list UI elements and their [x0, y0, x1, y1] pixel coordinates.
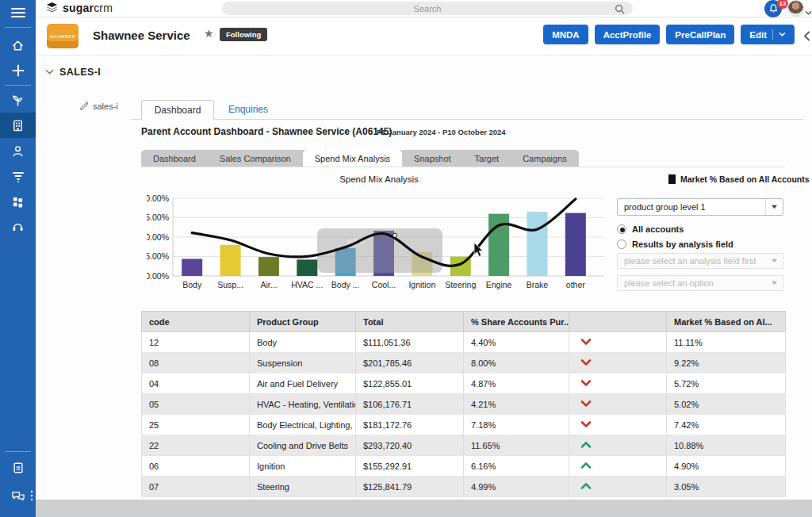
radio-button-icon[interactable] — [617, 224, 626, 234]
col-header-trend[interactable] — [569, 312, 667, 332]
subtab-snapshot[interactable]: Snapshot — [402, 150, 462, 167]
svg-text:Ignition: Ignition — [408, 280, 435, 289]
mnda-button[interactable]: MNDA — [543, 25, 588, 44]
cell-total: $293,720.40 — [356, 435, 464, 456]
radio-button-icon[interactable] — [617, 239, 626, 249]
subtab-dashboard[interactable]: Dashboard — [141, 150, 208, 167]
connector-label: sales-i — [93, 101, 118, 111]
table-row[interactable]: 22Cooling and Drive Belts$293,720.4011.6… — [142, 435, 786, 456]
subtab-campaigns[interactable]: Campaigns — [511, 150, 579, 167]
option-select[interactable]: please select an option — [617, 275, 783, 291]
sidebar — [0, 0, 36, 517]
edit-pencil-icon[interactable] — [79, 101, 89, 111]
cell-code: 22 — [142, 435, 250, 456]
tab-enquiries[interactable]: Enquiries — [228, 104, 268, 115]
cell-trend — [569, 332, 667, 353]
cell-code: 06 — [142, 456, 250, 477]
sidebar-item-filter[interactable] — [0, 163, 36, 189]
cell-market: 7.42% — [667, 415, 786, 435]
svg-text:Steering: Steering — [445, 280, 476, 289]
radio-results-label[interactable]: Results by analysis field — [632, 239, 733, 249]
table-row[interactable]: 08Suspension$201,785.468.00%9.22% — [142, 353, 786, 373]
select-caret-icon — [765, 276, 783, 290]
cell-share: 4.87% — [464, 373, 569, 394]
app-window: sugarcrm 13 SHAWNEE Shawnee Service ★ Fo… — [0, 0, 812, 517]
subtab-sales-comparison[interactable]: Sales Comparison — [208, 150, 303, 167]
sidebar-item-apps[interactable] — [0, 189, 36, 214]
radio-all-accounts[interactable]: All accounts — [617, 224, 684, 234]
svg-text:Air...: Air... — [260, 280, 277, 289]
table-row[interactable]: 06Ignition$155,292.916.16%4.90% — [142, 456, 786, 477]
col-header-total[interactable]: Total — [356, 312, 464, 332]
table-row[interactable]: 05HVAC - Heating, Ventilatic$106,176.714… — [142, 394, 786, 415]
radio-all-accounts-label[interactable]: All accounts — [632, 224, 684, 234]
col-header-market[interactable]: Market % Based on Al... — [667, 312, 786, 332]
precallplan-button[interactable]: PreCallPlan — [666, 25, 734, 44]
trend-up-icon — [580, 461, 592, 469]
select-caret-icon — [765, 254, 783, 268]
col-header-code[interactable]: code — [142, 312, 250, 332]
sugarcrm-logo[interactable]: sugarcrm — [45, 2, 113, 14]
cell-total: $155,292.91 — [356, 456, 464, 477]
button-divider — [772, 29, 773, 40]
sidebar-item-home[interactable] — [0, 33, 36, 58]
svg-text:10.00%: 10.00% — [147, 232, 169, 242]
table-row[interactable]: 12Body$111,051.364.40%11.11% — [142, 332, 786, 353]
sidebar-item-accounts[interactable] — [0, 113, 36, 138]
table-row[interactable]: 25Body Electrical, Lighting, F$181,172.7… — [142, 415, 786, 435]
cell-market: 9.22% — [667, 353, 786, 373]
sidebar-item-leads[interactable] — [0, 87, 36, 113]
favorite-star-icon[interactable]: ★ — [204, 27, 214, 40]
table-row[interactable]: 07Steering$125,841.794.99%3.05% — [142, 477, 786, 497]
cell-code: 08 — [142, 353, 250, 373]
search-icon[interactable] — [615, 3, 625, 17]
sidebar-item-contacts[interactable] — [0, 138, 36, 163]
kebab-menu-icon[interactable] — [30, 490, 33, 504]
cell-product-group: HVAC - Heating, Ventilatic — [250, 394, 356, 415]
subtab-spend-mix-analysis[interactable]: Spend Mix Analysis — [303, 150, 402, 167]
cell-product-group: Ignition — [250, 456, 356, 477]
user-avatar[interactable] — [787, 0, 804, 17]
collapse-panel-icon[interactable] — [803, 30, 810, 44]
sidebar-item-notes[interactable] — [0, 455, 36, 481]
cell-product-group: Cooling and Drive Belts — [250, 435, 356, 456]
search-input[interactable] — [222, 2, 633, 15]
dashboard-period: P1 January 2024 - P10 October 2024 — [377, 128, 506, 136]
col-header-product-group[interactable]: Product Group — [250, 312, 356, 332]
account-avatar[interactable]: SHAWNEE — [47, 24, 79, 48]
svg-text:Cool...: Cool... — [372, 280, 396, 289]
sidebar-item-add[interactable] — [0, 58, 36, 83]
cell-market: 10.88% — [667, 435, 786, 456]
svg-text:0.00%: 0.00% — [147, 271, 169, 281]
following-button[interactable]: Following — [220, 28, 267, 41]
acctprofile-button[interactable]: AcctProfile — [595, 25, 661, 44]
logo-text: sugarcrm — [63, 2, 113, 14]
dashboard-subtabs: Dashboard Sales Comparison Spend Mix Ana… — [141, 150, 579, 167]
edit-button[interactable]: Edit — [741, 25, 795, 44]
cell-product-group: Body Electrical, Lighting, F — [250, 415, 356, 435]
analysis-field-select[interactable]: please select an analysis field first — [617, 253, 783, 269]
trend-down-icon — [580, 379, 592, 387]
trend-up-icon — [580, 482, 592, 490]
svg-text:HVAC ...: HVAC ... — [291, 280, 323, 289]
legend-label: Market % Based on All Accounts — [680, 174, 810, 184]
cell-code: 07 — [142, 477, 250, 497]
legend-swatch — [668, 174, 676, 184]
cell-code: 05 — [142, 394, 250, 415]
spend-mix-chart[interactable]: 0.00%5.00%10.00%15.00%20.00%BodySusp...A… — [147, 192, 622, 297]
section-chevron-down-icon[interactable] — [45, 69, 54, 75]
hamburger-menu-icon[interactable] — [0, 0, 36, 25]
radio-results-by-analysis-field[interactable]: Results by analysis field — [617, 239, 733, 249]
subtab-target[interactable]: Target — [463, 150, 511, 167]
table-row[interactable]: 04Air and Fuel Delivery$122,855.014.87%5… — [142, 373, 786, 394]
edit-chevron-down-icon — [779, 32, 786, 37]
tab-dashboard[interactable]: Dashboard — [141, 100, 214, 120]
sidebar-item-support[interactable] — [0, 214, 36, 239]
product-group-select[interactable]: product group level 1 — [617, 198, 783, 216]
sales-i-section-header: SALES-I — [45, 67, 101, 78]
tab-divider — [131, 119, 803, 120]
cell-code: 04 — [142, 373, 250, 394]
cell-trend — [569, 435, 667, 456]
cell-trend — [569, 394, 667, 415]
col-header-share[interactable]: % Share Accounts Pur... — [464, 312, 569, 332]
